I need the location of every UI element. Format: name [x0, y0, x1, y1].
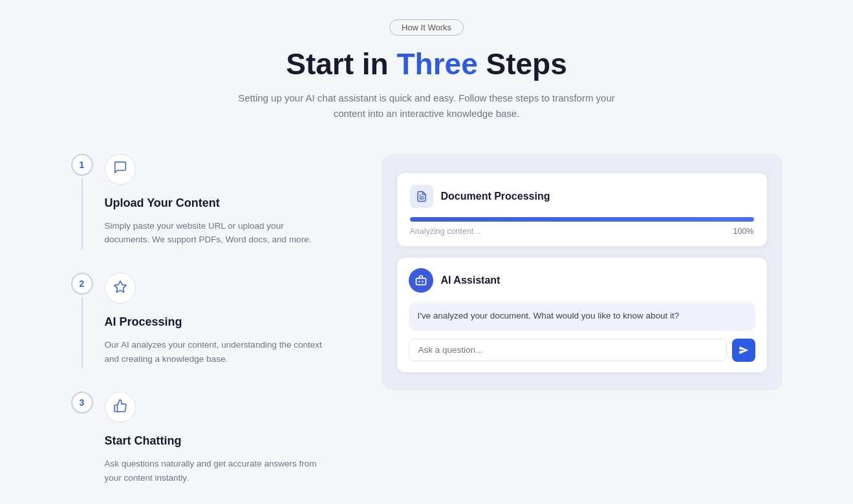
step-number-1: 1 [71, 154, 93, 176]
svg-marker-0 [114, 280, 125, 291]
robot-icon [415, 274, 427, 287]
progress-bar-fill [410, 217, 754, 222]
badge-label: How It Works [402, 23, 451, 32]
document-icon-box [410, 185, 433, 208]
step-title-2: AI Processing [105, 315, 325, 329]
send-icon [739, 345, 749, 355]
progress-percent: 100% [733, 227, 754, 236]
step-desc-1: Simply paste your website URL or upload … [105, 219, 325, 247]
step-icon-circle-2 [105, 273, 136, 304]
step-desc-2: Our AI analyzes your content, understand… [105, 338, 325, 366]
title-part2: Steps [478, 47, 567, 81]
step-row-1: 1 Upload Your Content Simply paste your … [71, 154, 343, 273]
step-number-3: 3 [71, 392, 93, 414]
ai-card-title: AI Assistant [441, 275, 501, 286]
doc-card-title: Document Processing [441, 191, 550, 202]
step-title-3: Start Chatting [105, 434, 325, 448]
step-icon-circle-3 [105, 392, 136, 423]
how-it-works-badge: How It Works [389, 19, 464, 36]
page-container: How It Works Start in Three Steps Settin… [13, 19, 840, 504]
progress-bar-track [410, 217, 754, 222]
step-title-1: Upload Your Content [105, 196, 325, 210]
chat-icon [113, 160, 127, 178]
step-connector-2 [81, 297, 83, 368]
sparkle-icon [113, 280, 127, 297]
document-processing-card: Document Processing Analyzing content...… [397, 173, 767, 246]
demo-panel: Document Processing Analyzing content...… [382, 154, 783, 390]
ai-assistant-card: AI Assistant I've analyzed your document… [397, 258, 767, 372]
ai-question-input[interactable] [409, 339, 727, 361]
ai-message-bubble: I've analyzed your document. What would … [409, 302, 755, 331]
step-body-2: AI Processing Our AI analyzes your conte… [105, 273, 325, 392]
content-area: 1 Upload Your Content Simply paste your … [71, 154, 783, 504]
step-body-3: Start Chatting Ask questions naturally a… [105, 392, 325, 504]
title-highlight: Three [396, 47, 477, 81]
ai-input-row[interactable] [409, 339, 755, 362]
ai-card-header: AI Assistant [409, 268, 755, 293]
title-part1: Start in [286, 47, 396, 81]
step-body-1: Upload Your Content Simply paste your we… [105, 154, 325, 273]
svg-rect-3 [416, 278, 426, 285]
step-row-3: 3 Start Chatting Ask questio [71, 392, 343, 504]
step-desc-3: Ask questions naturally and get accurate… [105, 457, 325, 485]
step-number-col-2: 2 [71, 273, 93, 368]
subtitle: Setting up your AI chat assistant is qui… [233, 90, 621, 121]
step-number-col-1: 1 [71, 154, 93, 249]
ai-icon-circle [409, 268, 433, 293]
ai-send-button[interactable] [732, 339, 755, 362]
step-number-2: 2 [71, 273, 93, 295]
step-number-col-3: 3 [71, 392, 93, 414]
steps-column: 1 Upload Your Content Simply paste your … [71, 154, 343, 504]
main-title: Start in Three Steps [13, 47, 840, 81]
progress-footer: Analyzing content... 100% [410, 227, 754, 236]
step-icon-circle-1 [105, 154, 136, 185]
progress-label: Analyzing content... [410, 227, 480, 236]
doc-card-header: Document Processing [410, 185, 754, 208]
svg-point-5 [422, 280, 424, 282]
page-header: How It Works Start in Three Steps Settin… [13, 19, 840, 121]
document-icon [416, 191, 427, 202]
demo-column: Document Processing Analyzing content...… [382, 154, 783, 390]
thumbs-up-icon [113, 399, 127, 416]
svg-point-4 [418, 280, 420, 282]
step-row-2: 2 AI Processing Our AI analyzes your con… [71, 273, 343, 392]
step-connector-1 [81, 178, 83, 249]
